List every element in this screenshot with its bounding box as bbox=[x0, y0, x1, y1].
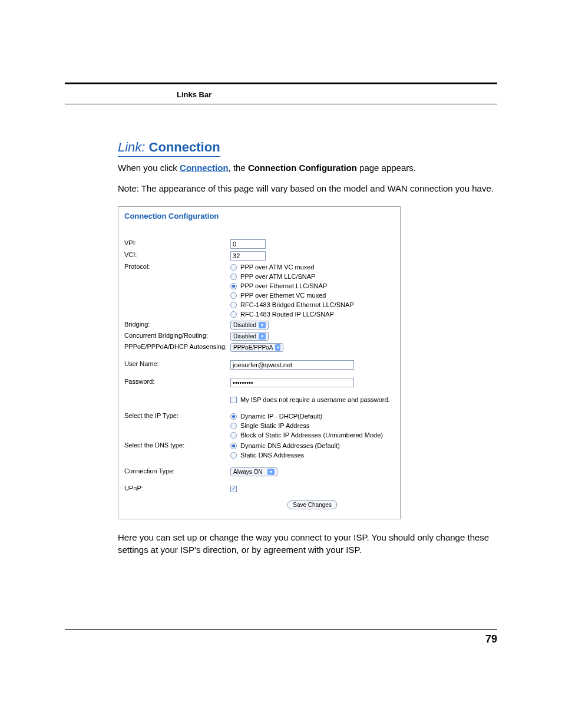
chevron-updown-icon: ▾ bbox=[259, 333, 266, 340]
protocol-option: RFC-1483 Routed IP LLC/SNAP bbox=[230, 310, 394, 318]
radio-icon[interactable] bbox=[230, 264, 237, 271]
radio-icon[interactable] bbox=[230, 274, 237, 280]
label-protocol: Protocol: bbox=[124, 262, 230, 319]
label-autosensing: PPPoE/PPPoA/DHCP Autosensing: bbox=[124, 342, 230, 353]
select-value: Always ON bbox=[233, 469, 262, 475]
protocol-option: PPP over Ethernet VC muxed bbox=[230, 291, 394, 299]
protocol-option-label: PPP over Ethernet LLC/SNAP bbox=[240, 282, 327, 290]
page: Links Bar Link: Connection When you clic… bbox=[0, 0, 562, 591]
ip-option-label: Block of Static IP Addresses (Unnumbered… bbox=[240, 431, 383, 439]
protocol-option-label: PPP over ATM VC muxed bbox=[240, 263, 315, 271]
select-value: Disabled bbox=[233, 322, 256, 328]
chevron-updown-icon: ▾ bbox=[275, 344, 280, 351]
autosensing-select[interactable]: PPPoE/PPPoA▾ bbox=[230, 343, 283, 352]
label-password: Password: bbox=[124, 371, 230, 388]
intro-pre: When you click bbox=[118, 163, 180, 173]
radio-icon[interactable] bbox=[230, 413, 237, 420]
row-save: Save Changes bbox=[124, 493, 394, 510]
row-nocreds: My ISP does not require a username and p… bbox=[124, 388, 394, 405]
radio-icon[interactable] bbox=[230, 292, 237, 299]
ip-option: Dynamic IP - DHCP(Default) bbox=[230, 412, 394, 420]
row-bridging: Bridging: Disabled▾ bbox=[124, 319, 394, 331]
no-creds-checkbox[interactable] bbox=[230, 397, 237, 403]
row-password: Password: ••••••••• bbox=[124, 371, 394, 388]
save-changes-button[interactable]: Save Changes bbox=[287, 500, 337, 509]
content-area: Link: Connection When you click Connecti… bbox=[65, 104, 497, 556]
dns-option: Static DNS Addresses bbox=[230, 451, 394, 459]
dns-option: Dynamic DNS Addresses (Default) bbox=[230, 442, 394, 450]
link-prefix: Link: bbox=[118, 140, 145, 154]
row-protocol: Protocol: PPP over ATM VC muxed PPP over… bbox=[124, 262, 394, 319]
closing-paragraph: Here you can set up or change the way yo… bbox=[118, 531, 497, 556]
label-upnp: UPnP: bbox=[124, 477, 230, 493]
ip-option-label: Single Static IP Address bbox=[240, 421, 309, 430]
chevron-updown-icon: ▾ bbox=[267, 469, 275, 475]
select-value: Disabled bbox=[233, 333, 256, 340]
radio-icon[interactable] bbox=[230, 302, 237, 308]
row-upnp: UPnP: bbox=[124, 477, 394, 493]
label-dns-type: Select the DNS type: bbox=[124, 440, 230, 460]
concurrent-select[interactable]: Disabled▾ bbox=[230, 332, 269, 341]
row-vpi: VPI: 0 bbox=[124, 238, 394, 250]
radio-icon[interactable] bbox=[230, 432, 237, 439]
dns-option-label: Static DNS Addresses bbox=[240, 451, 304, 459]
label-conn-type: Connection Type: bbox=[124, 460, 230, 477]
protocol-option: PPP over ATM LLC/SNAP bbox=[230, 272, 394, 281]
protocol-option-label: RFC-1483 Routed IP LLC/SNAP bbox=[240, 310, 334, 318]
row-conn-type: Connection Type: Always ON▾ bbox=[124, 460, 394, 477]
upnp-checkbox[interactable] bbox=[230, 486, 237, 492]
no-creds-label: My ISP does not require a username and p… bbox=[240, 396, 390, 404]
label-concurrent: Concurrent Bridging/Routing: bbox=[124, 331, 230, 342]
ip-option: Single Static IP Address bbox=[230, 421, 394, 430]
chevron-updown-icon: ▾ bbox=[259, 322, 266, 328]
label-ip-type: Select the IP Type: bbox=[124, 405, 230, 440]
password-input[interactable]: ••••••••• bbox=[230, 378, 354, 387]
row-concurrent: Concurrent Bridging/Routing: Disabled▾ bbox=[124, 331, 394, 342]
protocol-option: PPP over ATM VC muxed bbox=[230, 263, 394, 271]
username-input[interactable]: joesurfer@qwest.net bbox=[230, 360, 354, 370]
intro-mid: , the bbox=[229, 163, 248, 173]
row-ip-type: Select the IP Type: Dynamic IP - DHCP(De… bbox=[124, 405, 394, 440]
protocol-option: PPP over Ethernet LLC/SNAP bbox=[230, 282, 394, 290]
radio-icon[interactable] bbox=[230, 443, 237, 449]
row-vci: VCI: 32 bbox=[124, 250, 394, 262]
bridging-select[interactable]: Disabled▾ bbox=[230, 321, 269, 330]
header-links-bar: Links Bar bbox=[65, 88, 497, 104]
page-footer: 79 bbox=[65, 629, 497, 645]
conn-type-select[interactable]: Always ON▾ bbox=[230, 467, 277, 476]
radio-icon[interactable] bbox=[230, 452, 237, 459]
ip-type-options: Dynamic IP - DHCP(Default) Single Static… bbox=[230, 412, 394, 439]
radio-icon[interactable] bbox=[230, 283, 237, 289]
page-number: 79 bbox=[65, 633, 497, 645]
protocol-option-label: PPP over ATM LLC/SNAP bbox=[240, 272, 315, 281]
vpi-input[interactable]: 0 bbox=[230, 239, 266, 249]
config-panel: Connection Configuration VPI: 0 VCI: 32 … bbox=[118, 206, 401, 519]
row-dns-type: Select the DNS type: Dynamic DNS Address… bbox=[124, 440, 394, 460]
vci-input[interactable]: 32 bbox=[230, 251, 266, 261]
intro-paragraph: When you click Connection, the Connectio… bbox=[118, 162, 497, 174]
link-name: Connection bbox=[149, 140, 220, 154]
intro-bold: Connection Configuration bbox=[248, 163, 357, 173]
intro-post: page appears. bbox=[357, 163, 416, 173]
panel-title: Connection Configuration bbox=[124, 212, 394, 220]
connection-link[interactable]: Connection bbox=[180, 163, 229, 173]
protocol-option: RFC-1483 Bridged Ethernet LLC/SNAP bbox=[230, 301, 394, 309]
note-paragraph: Note: The appearance of this page will v… bbox=[118, 182, 497, 195]
radio-icon[interactable] bbox=[230, 311, 237, 318]
label-bridging: Bridging: bbox=[124, 319, 230, 331]
rule-thick bbox=[65, 83, 497, 84]
footer-rule bbox=[65, 629, 497, 630]
dns-option-label: Dynamic DNS Addresses (Default) bbox=[240, 442, 340, 450]
protocol-option-label: PPP over Ethernet VC muxed bbox=[240, 291, 326, 299]
radio-icon[interactable] bbox=[230, 423, 237, 429]
label-vpi: VPI: bbox=[124, 238, 230, 250]
dns-type-options: Dynamic DNS Addresses (Default) Static D… bbox=[230, 442, 394, 459]
label-vci: VCI: bbox=[124, 250, 230, 262]
ip-option: Block of Static IP Addresses (Unnumbered… bbox=[230, 431, 394, 439]
config-form: VPI: 0 VCI: 32 Protocol: PPP over ATM VC… bbox=[124, 238, 394, 510]
ip-option-label: Dynamic IP - DHCP(Default) bbox=[240, 412, 322, 420]
protocol-option-label: RFC-1483 Bridged Ethernet LLC/SNAP bbox=[240, 301, 354, 309]
row-autosensing: PPPoE/PPPoA/DHCP Autosensing: PPPoE/PPPo… bbox=[124, 342, 394, 353]
select-value: PPPoE/PPPoA bbox=[233, 344, 273, 351]
protocol-options: PPP over ATM VC muxed PPP over ATM LLC/S… bbox=[230, 263, 394, 318]
